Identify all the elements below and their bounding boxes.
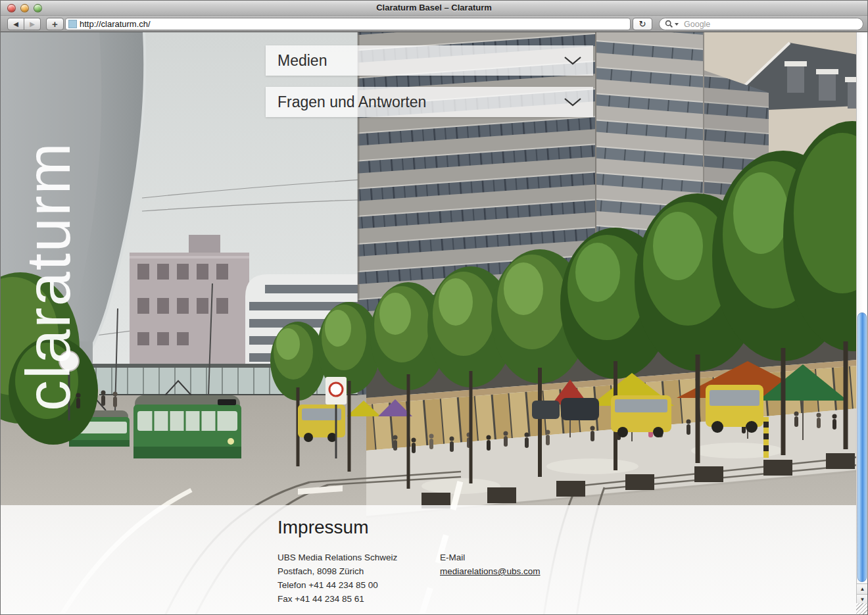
url-input[interactable] <box>80 19 627 29</box>
email-link[interactable]: mediarelations@ubs.com <box>440 566 541 576</box>
search-options-chevron-icon[interactable] <box>675 23 679 26</box>
scroll-up-button[interactable]: ▲ <box>857 583 868 594</box>
refresh-icon: ↻ <box>639 19 646 29</box>
search-icon <box>665 20 673 28</box>
scroll-up-icon: ▲ <box>860 586 865 592</box>
search-bar[interactable] <box>659 18 863 30</box>
new-tab-button[interactable]: + <box>46 18 64 30</box>
forward-button[interactable]: ▶ <box>24 18 41 30</box>
title-bar[interactable]: Claraturm Basel – Claraturm <box>1 1 867 16</box>
vertical-scrollbar[interactable]: ▲ ▼ <box>856 32 867 615</box>
refresh-button[interactable]: ↻ <box>633 18 652 30</box>
background-building-pink <box>130 235 249 366</box>
site-favicon <box>68 20 77 28</box>
accordion-fragen[interactable]: Fragen und Antworten <box>266 87 593 117</box>
window-resize-grip[interactable] <box>856 603 867 614</box>
footer-heading: Impressum <box>277 517 368 538</box>
accordion-medien-label: Medien <box>277 52 327 70</box>
forward-icon: ▶ <box>30 20 35 28</box>
window-title: Claraturm Basel – Claraturm <box>1 3 867 12</box>
address-line: UBS Media Relations Schweiz <box>277 551 397 564</box>
impressum-footer: Impressum UBS Media Relations Schweiz Po… <box>1 505 857 615</box>
search-input[interactable] <box>683 19 857 30</box>
chevron-down-icon <box>564 97 581 107</box>
contact-block: E-Mail mediarelations@ubs.com <box>440 551 541 578</box>
accordion-fragen-label: Fragen und Antworten <box>277 93 426 111</box>
plus-icon: + <box>52 18 58 30</box>
accordion-medien[interactable]: Medien <box>266 45 593 76</box>
back-button[interactable]: ◀ <box>7 18 24 30</box>
browser-window: Claraturm Basel – Claraturm ◀ ▶ + ↻ <box>0 0 868 615</box>
address-block: UBS Media Relations Schweiz Postfach, 80… <box>277 551 397 606</box>
back-icon: ◀ <box>13 20 18 28</box>
scrollbar-thumb[interactable] <box>857 312 867 582</box>
chevron-down-icon <box>564 56 581 65</box>
address-line: Telefon +41 44 234 85 00 <box>277 578 397 592</box>
address-line: Fax +41 44 234 85 61 <box>277 592 397 606</box>
scroll-down-icon: ▼ <box>860 597 865 603</box>
address-bar[interactable] <box>65 18 631 30</box>
site-logo: claraturm <box>15 99 82 411</box>
address-line: Postfach, 8098 Zürich <box>277 564 397 578</box>
email-label: E-Mail <box>440 551 541 564</box>
browser-toolbar: ◀ ▶ + ↻ <box>1 16 867 32</box>
page-content: claraturm Medien Fragen und Antworten Im… <box>1 32 857 615</box>
